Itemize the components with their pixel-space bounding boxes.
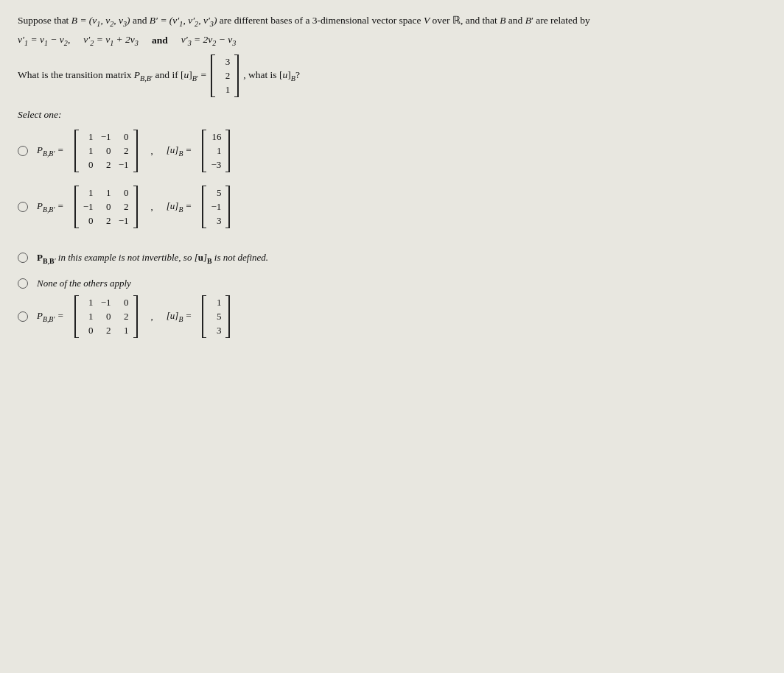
- statement-line1: Suppose that B = (v1, v2, v3) and B′ = (…: [18, 13, 766, 29]
- option-5-content: PB,B′ = 1 −1 0 1 0 2 0 2: [37, 295, 230, 338]
- option-2: PB,B′ = 1 1 0 −1 0 2 0 2: [18, 186, 766, 228]
- basis-equations: v′1 = v1 − v2, v′2 = v1 + 2v3 and v′3 = …: [18, 34, 766, 47]
- opt1-vector: 16 1 −3: [202, 130, 230, 172]
- opt2-vector: 5 −1 3: [202, 186, 230, 228]
- option-4-content: None of the others apply: [37, 278, 131, 289]
- opt1-comma: ,: [151, 145, 153, 157]
- select-one-label: Select one:: [18, 109, 766, 121]
- option-1: PB,B′ = 1 −1 0 1 0 2 0 2: [18, 130, 766, 172]
- opt5-vector-label: [u]B =: [167, 310, 192, 323]
- radio-2[interactable]: [18, 202, 28, 212]
- opt4-text: None of the others apply: [37, 278, 131, 289]
- radio-3[interactable]: [18, 253, 28, 263]
- eq1: v′1 = v1 − v2,: [18, 34, 70, 47]
- question-line: What is the transition matrix PB,B′ and …: [18, 54, 766, 97]
- opt2-vector-label: [u]B =: [167, 200, 192, 214]
- option-2-content: PB,B′ = 1 1 0 −1 0 2 0 2: [37, 186, 230, 228]
- opt2-comma: ,: [151, 201, 153, 213]
- opt2-matrix: 1 1 0 −1 0 2 0 2 −1: [74, 186, 138, 228]
- given-vector: 3 2 1: [211, 54, 239, 97]
- page-container: Suppose that B = (v1, v2, v3) and B′ = (…: [0, 0, 784, 673]
- question-text2: , what is [u]B?: [243, 69, 300, 82]
- option-3: PB,B′ in this example is not invertible,…: [18, 252, 766, 265]
- eq2: v′2 = v1 + 2v3: [83, 34, 139, 47]
- opt1-vector-label: [u]B =: [167, 144, 192, 158]
- option-3-content: PB,B′ in this example is not invertible,…: [37, 252, 268, 265]
- radio-4[interactable]: [18, 278, 28, 289]
- opt1-matrix: 1 −1 0 1 0 2 0 2 −1: [74, 130, 138, 172]
- opt2-matrix-label: PB,B′ =: [37, 200, 64, 214]
- opt5-matrix: 1 −1 0 1 0 2 0 2 1: [74, 295, 138, 338]
- radio-5[interactable]: [18, 311, 28, 322]
- and-conjunction: and: [152, 35, 168, 46]
- problem-statement: Suppose that B = (v1, v2, v3) and B′ = (…: [18, 13, 766, 29]
- option-5: PB,B′ = 1 −1 0 1 0 2 0 2: [18, 295, 766, 338]
- opt1-matrix-label: PB,B′ =: [37, 144, 64, 158]
- opt5-comma: ,: [151, 311, 153, 323]
- option-1-content: PB,B′ = 1 −1 0 1 0 2 0 2: [37, 130, 230, 172]
- opt5-vector: 1 5 3: [202, 295, 230, 338]
- eq3: v′3 = 2v2 − v3: [181, 34, 237, 47]
- opt3-text: PB,B′ in this example is not invertible,…: [37, 252, 268, 265]
- question-text: What is the transition matrix PB,B′ and …: [18, 69, 206, 82]
- radio-1[interactable]: [18, 146, 28, 156]
- opt5-matrix-label: PB,B′ =: [37, 310, 64, 323]
- option-4: None of the others apply: [18, 278, 766, 289]
